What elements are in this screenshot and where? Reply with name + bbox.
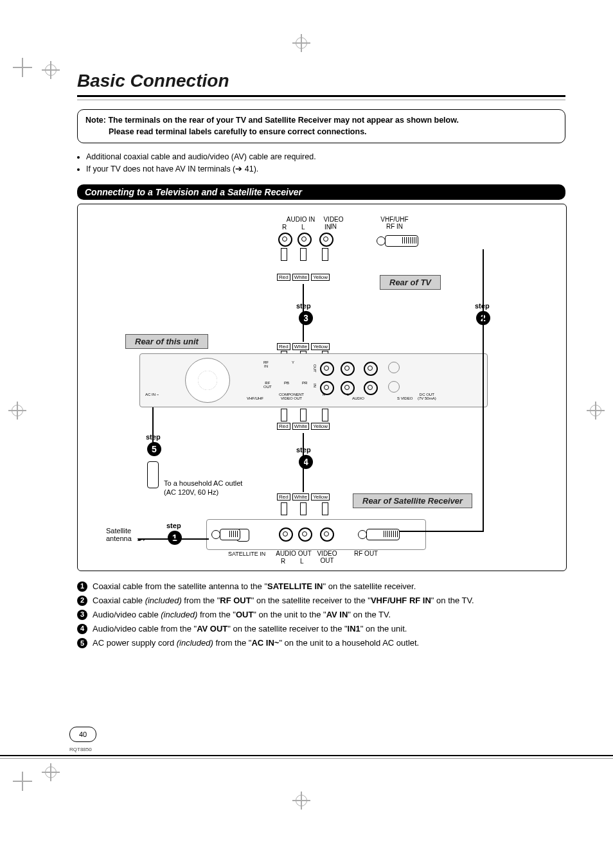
step1-label: step — [166, 522, 181, 529]
step-row-2: 2 Coaxial cable (included) from the "RF … — [77, 594, 565, 607]
step-row-1: 1 Coaxial cable from the satellite anten… — [77, 580, 565, 593]
audio-out-label: AUDIO OUT — [274, 550, 313, 557]
page-title: Basic Connection — [77, 71, 565, 91]
bullet-1: Additional coaxial cable and audio/video… — [86, 151, 565, 163]
step5-bubble: 5 — [147, 442, 161, 456]
cable-tag-unit-in: RedWhiteYellow — [277, 423, 330, 430]
tv-audio-r-jack — [278, 233, 292, 247]
unit-rear-body: AC IN ~ VHF/UHF RF IN RF OUT COMPONENT V… — [139, 353, 488, 407]
tv-in: IN — [324, 224, 331, 231]
connection-diagram: AUDIO IN VIDEO IN R L IN VHF/UHF RF IN R… — [77, 204, 567, 571]
tv-r: R — [282, 224, 287, 231]
section-heading: Connecting to a Television and a Satelli… — [77, 184, 565, 200]
step-row-4: 4 Audio/video cable from the "AV OUT" on… — [77, 623, 565, 635]
unit-panel-label: Rear of this unit — [125, 334, 208, 349]
ac-outlet-2: (AC 120V, 60 Hz) — [164, 488, 280, 496]
note-line2: Please read terminal labels carefully to… — [109, 127, 367, 136]
step-row-5: 5 AC power supply cord (included) from t… — [77, 637, 565, 650]
page-number: 40 — [69, 727, 96, 742]
step-num-1: 1 — [77, 581, 87, 592]
note-box: Note: The terminals on the rear of your … — [77, 109, 565, 143]
vhf-uhf-rf-in-label: VHF/UHF RF IN — [372, 216, 417, 230]
footer-code: RQT8850 — [69, 747, 92, 752]
steps-list: 1 Coaxial cable from the satellite anten… — [77, 580, 565, 650]
satellite-in-label: SATELLITE IN — [228, 551, 265, 558]
tv-panel-label: Rear of TV — [380, 275, 441, 290]
ac-outlet-1: To a household AC outlet — [164, 479, 280, 487]
sat-rear-body — [206, 519, 426, 550]
rf-out-label: RF OUT — [354, 550, 378, 557]
audio-in-label: AUDIO IN — [278, 216, 323, 223]
sat-panel-label: Rear of Satellite Receiver — [353, 493, 472, 508]
tv-audio-l-jack — [298, 233, 312, 247]
satellite-antenna-label: Satellite antenna — [106, 527, 138, 542]
title-thin-rule — [77, 100, 565, 100]
step4-bubble: 4 — [299, 455, 313, 469]
bullet-2: If your TV does not have AV IN terminals… — [86, 163, 565, 175]
step1-bubble: 1 — [168, 531, 182, 545]
step-num-3: 3 — [77, 610, 87, 620]
video-out-label: VIDEO OUT — [314, 550, 340, 564]
title-rule — [77, 95, 565, 97]
step-num-5: 5 — [77, 638, 87, 648]
cable-tag-tv: RedWhiteYellow — [277, 274, 330, 281]
intro-bullets: Additional coaxial cable and audio/video… — [78, 151, 565, 175]
step-num-4: 4 — [77, 624, 87, 634]
tv-rf-port — [385, 235, 418, 247]
cable-tag-sat: RedWhiteYellow — [277, 493, 330, 500]
step-row-3: 3 Audio/video cable (included) from the … — [77, 608, 565, 621]
note-prefix: Note: — [85, 116, 106, 125]
step3-bubble: 3 — [299, 311, 313, 325]
cable-tag-unit-out: RedWhiteYellow — [277, 343, 330, 350]
footer-rule — [0, 755, 613, 759]
step-num-2: 2 — [77, 596, 87, 606]
note-line1: The terminals on the rear of your TV and… — [108, 116, 459, 125]
tv-video-jack — [319, 233, 333, 247]
tv-l: L — [301, 224, 305, 231]
